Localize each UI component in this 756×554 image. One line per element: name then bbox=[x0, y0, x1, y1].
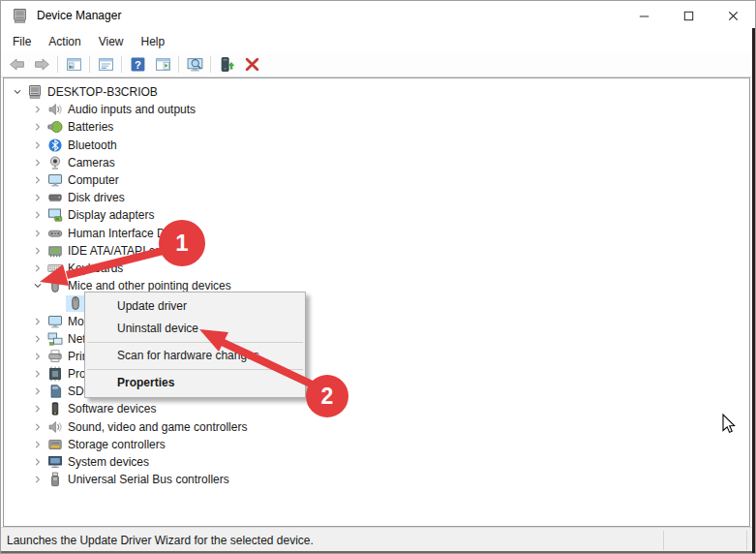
display-adapter-icon bbox=[47, 207, 63, 223]
chevron-right-icon[interactable] bbox=[29, 207, 45, 223]
toolbar: ? bbox=[1, 52, 755, 77]
chevron-right-icon[interactable] bbox=[29, 454, 45, 470]
close-button[interactable] bbox=[711, 1, 755, 30]
tree-item-batteries[interactable]: Batteries bbox=[4, 118, 749, 136]
chevron-right-icon[interactable] bbox=[29, 314, 45, 329]
tree-item-bluetooth[interactable]: Bluetooth bbox=[4, 137, 749, 154]
tree-item-keyboards[interactable]: Keyboards bbox=[4, 260, 749, 277]
tree-item-cameras[interactable]: Cameras bbox=[4, 154, 749, 171]
chevron-right-icon[interactable] bbox=[29, 437, 45, 452]
status-separator bbox=[746, 531, 747, 550]
battery-icon bbox=[47, 119, 63, 135]
tree-item-label: Batteries bbox=[68, 120, 116, 134]
tree-item-label: Human Interface Devices bbox=[68, 227, 201, 240]
properties-button[interactable] bbox=[93, 53, 118, 76]
menu-file[interactable]: File bbox=[4, 32, 40, 51]
chevron-right-icon[interactable] bbox=[29, 243, 45, 259]
ide-controller-icon bbox=[47, 243, 63, 259]
chevron-right-icon[interactable] bbox=[29, 102, 45, 117]
background-window-edge bbox=[752, 28, 755, 553]
printer-icon bbox=[47, 349, 63, 364]
tree-item-display-adapters[interactable]: Display adapters bbox=[4, 206, 749, 224]
tree-item-content: Bluetooth bbox=[45, 137, 122, 153]
chevron-down-icon[interactable] bbox=[9, 84, 25, 100]
camera-icon bbox=[47, 155, 63, 170]
chevron-right-icon[interactable] bbox=[29, 366, 45, 382]
tree-item-system-devices[interactable]: System devices bbox=[4, 453, 749, 471]
forward-button[interactable] bbox=[29, 53, 54, 76]
context-menu-item-properties[interactable]: Properties bbox=[85, 372, 305, 394]
uninstall-device-button[interactable] bbox=[239, 53, 264, 76]
tree-item-ide-ata-atapi-controllers[interactable]: IDE ATA/ATAPI controllers bbox=[4, 242, 749, 260]
network-icon bbox=[47, 331, 63, 347]
help-button[interactable]: ? bbox=[125, 53, 150, 76]
chevron-right-icon[interactable] bbox=[29, 190, 45, 205]
toolbar-separator bbox=[178, 56, 179, 73]
tree-item-content: Audio inputs and outputs bbox=[45, 102, 200, 118]
uninstall-device-icon bbox=[244, 56, 260, 73]
maximize-button[interactable] bbox=[666, 1, 711, 30]
tree-item-label: Universal Serial Bus controllers bbox=[68, 473, 232, 486]
tree-item-software-devices[interactable]: Software devices bbox=[4, 400, 749, 417]
scan-hardware-button[interactable] bbox=[182, 53, 207, 76]
tree-item-label: Audio inputs and outputs bbox=[68, 103, 198, 116]
menu-view[interactable]: View bbox=[90, 32, 133, 51]
bluetooth-icon bbox=[47, 138, 63, 153]
context-menu-item-scan-for-hardware-changes[interactable]: Scan for hardware changes bbox=[85, 345, 305, 367]
tree-item-content: Software devices bbox=[45, 401, 161, 417]
tree-item-content: Cameras bbox=[45, 154, 120, 170]
toolbar-separator bbox=[89, 56, 90, 73]
menu-action[interactable]: Action bbox=[40, 32, 89, 51]
chevron-right-icon[interactable] bbox=[29, 384, 45, 399]
tree-item-label: Storage controllers bbox=[68, 438, 168, 451]
tree-item-content: Storage controllers bbox=[45, 436, 170, 452]
sd-card-icon bbox=[47, 384, 63, 399]
chevron-right-icon[interactable] bbox=[29, 331, 45, 347]
tree-item-content: IDE ATA/ATAPI controllers bbox=[45, 242, 207, 259]
chevron-right-icon[interactable] bbox=[29, 472, 45, 487]
usb-icon bbox=[47, 472, 63, 487]
tree-item-content: System devices bbox=[45, 454, 154, 471]
chevron-right-icon[interactable] bbox=[29, 226, 45, 241]
properties-icon bbox=[98, 56, 114, 73]
tree-item-content: Computer bbox=[45, 172, 124, 189]
chevron-spacer bbox=[49, 295, 66, 311]
chevron-down-icon[interactable] bbox=[29, 278, 45, 293]
update-driver-button[interactable] bbox=[214, 53, 239, 76]
tree-item-universal-serial-bus-controllers[interactable]: Universal Serial Bus controllers bbox=[4, 471, 749, 488]
device-manager-icon bbox=[12, 8, 28, 24]
tree-item-label: System devices bbox=[68, 455, 152, 469]
tree-item-content: Universal Serial Bus controllers bbox=[45, 472, 234, 488]
disk-icon bbox=[47, 190, 63, 205]
context-menu-item-update-driver[interactable]: Update driver bbox=[85, 295, 305, 318]
tree-item-label: Display adapters bbox=[68, 208, 157, 222]
tree-item-human-interface-devices[interactable]: Human Interface Devices bbox=[4, 225, 749, 242]
tree-item-audio-inputs-and-outputs[interactable]: Audio inputs and outputs bbox=[4, 101, 749, 118]
chevron-right-icon[interactable] bbox=[29, 119, 45, 135]
computer-icon bbox=[27, 84, 43, 100]
chevron-right-icon[interactable] bbox=[29, 172, 45, 188]
chevron-right-icon[interactable] bbox=[29, 401, 45, 416]
tree-item-desktop-b3criob[interactable]: DESKTOP-B3CRIOB bbox=[4, 83, 749, 101]
tree-item-storage-controllers[interactable]: Storage controllers bbox=[4, 436, 749, 453]
tree-item-content: Keyboards bbox=[45, 260, 128, 276]
chevron-right-icon[interactable] bbox=[29, 419, 45, 435]
show-console-tree-icon bbox=[66, 56, 82, 73]
chevron-right-icon[interactable] bbox=[29, 349, 45, 364]
title-bar[interactable]: Device Manager bbox=[1, 1, 755, 30]
tree-item-sound-video-and-game-controllers[interactable]: Sound, video and game controllers bbox=[4, 418, 749, 436]
menu-help[interactable]: Help bbox=[133, 32, 174, 51]
back-button[interactable] bbox=[4, 53, 29, 76]
tree-item-computer[interactable]: Computer bbox=[4, 171, 749, 189]
keyboard-icon bbox=[47, 261, 63, 276]
svg-text:?: ? bbox=[135, 59, 141, 71]
chevron-right-icon[interactable] bbox=[29, 155, 45, 170]
window-title: Device Manager bbox=[37, 9, 121, 22]
show-console-tree-button[interactable] bbox=[61, 53, 86, 76]
tree-item-disk-drives[interactable]: Disk drives bbox=[4, 189, 749, 206]
chevron-right-icon[interactable] bbox=[29, 261, 45, 276]
show-action-pane-button[interactable] bbox=[150, 53, 175, 76]
minimize-button[interactable] bbox=[621, 1, 666, 30]
context-menu-item-uninstall-device[interactable]: Uninstall device bbox=[85, 318, 305, 340]
chevron-right-icon[interactable] bbox=[29, 138, 45, 153]
